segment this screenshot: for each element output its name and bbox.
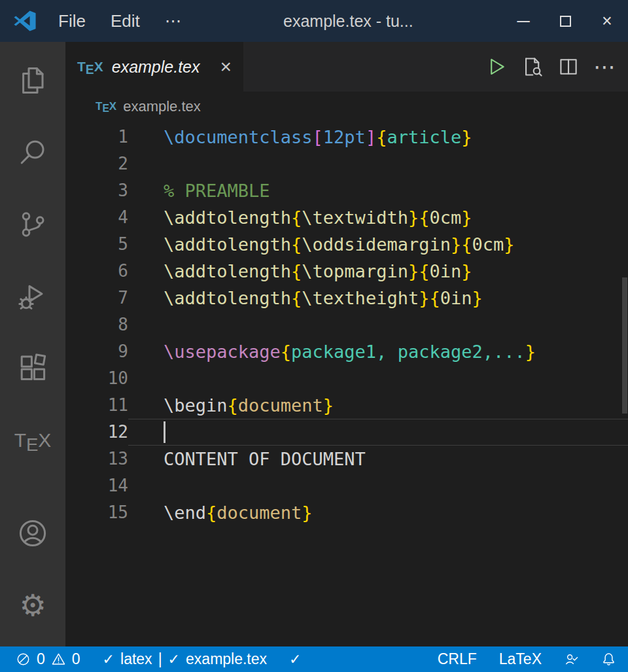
code-line[interactable]: 4\addtolength{\textwidth}{0cm} [65, 204, 628, 231]
activity-bar-item-search[interactable] [0, 116, 65, 188]
code-token: \addtolength [164, 261, 291, 281]
text-cursor [164, 421, 166, 443]
code-line[interactable]: 6\addtolength{\topmargin}{0in} [65, 258, 628, 285]
activity-bar-item-settings[interactable]: ⚙ [0, 569, 65, 641]
status-text: example.tex [186, 650, 267, 668]
line-content [128, 150, 628, 177]
line-content [128, 472, 628, 499]
activity-bar-item-latex-workshop[interactable]: TEX [0, 404, 65, 476]
code-token: } [461, 207, 472, 228]
code-token: } [525, 342, 536, 362]
title-bar: FileEdit⋯ example.tex - tu... ─ × [0, 0, 628, 42]
code-token: { [281, 342, 291, 362]
code-token: \begin [164, 395, 228, 416]
close-button[interactable]: × [586, 0, 628, 42]
code-line[interactable]: 13CONTENT OF DOCUMENT [65, 446, 628, 472]
code-token: } [408, 261, 419, 281]
code-token: } [419, 288, 429, 308]
status-bar: 00✓latex|✓example.tex✓ CRLFLaTeX [0, 646, 628, 672]
minimize-button[interactable]: ─ [502, 0, 544, 42]
activity-bar-item-source-control[interactable] [0, 188, 65, 260]
line-content [128, 419, 628, 446]
code-token: article [387, 127, 461, 147]
vscode-window: FileEdit⋯ example.tex - tu... ─ × TEX ⚙ … [0, 0, 628, 672]
breadcrumb[interactable]: TEX example.tex [65, 92, 628, 122]
code-line[interactable]: 8 [65, 311, 628, 338]
code-line[interactable]: 5\addtolength{\oddsidemargin}{0cm} [65, 231, 628, 258]
code-token: % PREAMBLE [164, 181, 270, 201]
latex-workshop-icon: TEX [14, 429, 52, 451]
code-token: \textheight [302, 288, 419, 308]
line-content [128, 365, 628, 392]
status-text: | [158, 650, 162, 668]
menu-edit[interactable]: Edit [98, 11, 152, 31]
account-icon [17, 518, 48, 549]
line-number: 9 [65, 338, 128, 365]
code-token: \textwidth [302, 207, 408, 228]
status-structure-status[interactable]: ✓ [289, 646, 301, 672]
settings-icon: ⚙ [19, 590, 46, 620]
code-token: } [472, 288, 482, 308]
breadcrumb-item-filename: example.tex [123, 98, 201, 115]
maximize-button[interactable] [544, 0, 586, 42]
code-token: \topmargin [302, 261, 408, 281]
line-number: 14 [65, 472, 128, 499]
line-content: \documentclass[12pt]{article} [128, 124, 628, 150]
code-token: \oddsidemargin [302, 234, 451, 255]
code-token: 0in [440, 288, 472, 308]
code-line[interactable]: 15\end{document} [65, 499, 628, 526]
activity-bar-item-extensions[interactable] [0, 332, 65, 404]
code-line[interactable]: 2 [65, 150, 628, 177]
code-token: document [238, 395, 323, 416]
status-text: 0 [37, 650, 45, 668]
status-language-mode[interactable]: LaTeX [499, 646, 542, 672]
editor-code-area[interactable]: 1\documentclass[12pt]{article}23% PREAMB… [65, 122, 628, 646]
code-line[interactable]: 12 [65, 419, 628, 446]
activity-bar-item-run-debug[interactable] [0, 260, 65, 332]
status-line-ending[interactable]: CRLF [438, 646, 477, 672]
code-token: CONTENT OF DOCUMENT [164, 449, 366, 469]
editor-group: TEX example.tex × ⋯ TEX example.tex 1\do… [65, 42, 628, 646]
code-token: { [291, 261, 302, 281]
check-icon: ✓ [103, 652, 114, 667]
line-number: 8 [65, 311, 128, 338]
line-number: 6 [65, 258, 128, 285]
code-line[interactable]: 3% PREAMBLE [65, 177, 628, 204]
more-actions-button[interactable]: ⋯ [591, 54, 618, 80]
tab-label: example.tex [112, 58, 200, 77]
code-token: } [302, 503, 312, 523]
code-token: } [323, 395, 334, 416]
status-latex-compile-status[interactable]: ✓latex|✓example.tex [103, 646, 267, 672]
main-area: TEX ⚙ TEX example.tex × ⋯ TEX example.te… [0, 42, 628, 646]
activity-bar-item-explorer[interactable] [0, 44, 65, 116]
code-token: { [461, 234, 472, 255]
code-token: \addtolength [164, 288, 291, 308]
status-feedback[interactable] [564, 646, 579, 672]
status-text: latex [120, 650, 152, 668]
run-button[interactable] [483, 54, 510, 80]
preview-button[interactable] [519, 54, 546, 80]
activity-bar-bottom: ⚙ [0, 497, 65, 641]
code-token: 12pt [323, 127, 366, 147]
code-token: { [291, 207, 302, 228]
code-line[interactable]: 1\documentclass[12pt]{article} [65, 124, 628, 150]
code-line[interactable]: 14 [65, 472, 628, 499]
code-token: { [228, 395, 238, 416]
line-content: \addtolength{\textheight}{0in} [128, 285, 628, 311]
code-line[interactable]: 10 [65, 365, 628, 392]
code-line[interactable]: 7\addtolength{\textheight}{0in} [65, 285, 628, 311]
code-token: document [217, 503, 302, 523]
code-token: \documentclass [164, 127, 313, 147]
code-token: \addtolength [164, 207, 291, 228]
status-problems[interactable]: 00 [16, 646, 80, 672]
status-notifications[interactable] [601, 646, 616, 672]
tab-close-icon[interactable]: × [220, 57, 232, 77]
menu-file[interactable]: File [46, 11, 98, 31]
tab-example-tex[interactable]: TEX example.tex × [65, 42, 243, 92]
code-line[interactable]: 9\usepackage{package1, package2,...} [65, 338, 628, 365]
split-editor-button[interactable] [555, 54, 582, 80]
code-line[interactable]: 11\begin{document} [65, 392, 628, 419]
code-token: { [291, 288, 302, 308]
activity-bar-item-account[interactable] [0, 497, 65, 569]
menu-more[interactable]: ⋯ [152, 11, 194, 31]
